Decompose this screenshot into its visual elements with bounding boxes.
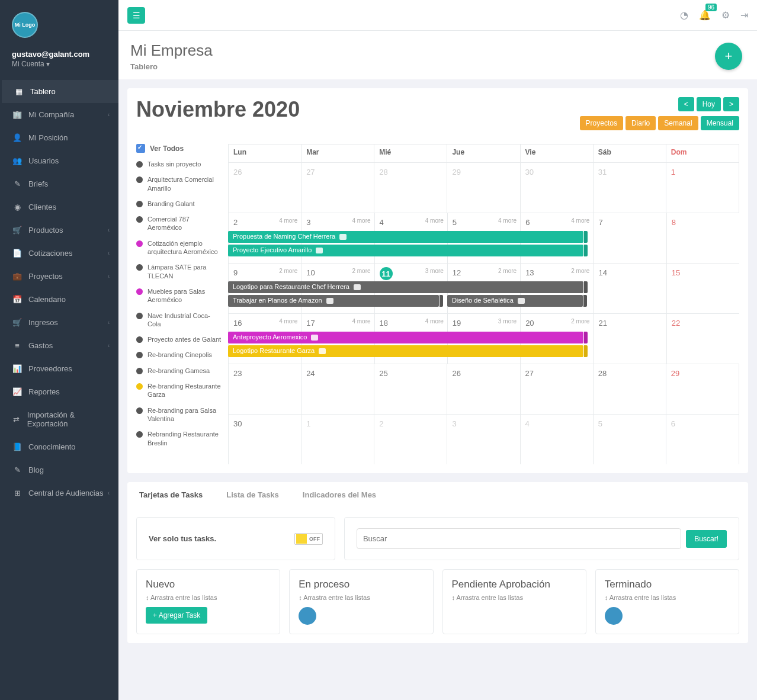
- nav-item-tablero[interactable]: ▦Tablero: [0, 80, 118, 103]
- more-link[interactable]: 3 more: [425, 268, 444, 274]
- more-link[interactable]: 4 more: [352, 318, 370, 325]
- calendar-cell[interactable]: 5: [593, 415, 666, 464]
- cal-next-button[interactable]: >: [723, 97, 739, 111]
- calendar-event[interactable]: Diseño de Señalética: [447, 295, 583, 307]
- cal-prev-button[interactable]: <: [678, 97, 694, 111]
- nav-item-proyectos[interactable]: 💼Proyectos‹: [0, 265, 118, 288]
- avatar[interactable]: [605, 607, 623, 625]
- more-link[interactable]: 4 more: [279, 318, 297, 325]
- project-filter-item[interactable]: Nave Industrial Coca-Cola: [136, 312, 222, 329]
- tab-indicadores-del-mes[interactable]: Indicadores del Mes: [291, 482, 388, 508]
- calendar-cell[interactable]: 6: [666, 415, 739, 464]
- avatar[interactable]: [299, 607, 316, 625]
- calendar-cell[interactable]: 1: [301, 415, 374, 464]
- account-dropdown[interactable]: Mi Cuenta ▾: [12, 60, 107, 68]
- filter-all[interactable]: Ver Todos: [136, 144, 222, 153]
- more-link[interactable]: 4 more: [279, 217, 297, 224]
- settings-icon[interactable]: ⚙: [721, 9, 730, 21]
- more-link[interactable]: 2 more: [352, 268, 370, 274]
- nav-item-calendario[interactable]: 📅Calendario: [0, 288, 118, 311]
- event-handle[interactable]: [584, 281, 588, 293]
- calendar-cell[interactable]: 26: [228, 163, 301, 213]
- nav-item-importaci-n-exportaci-n[interactable]: ⇄Importación & Exportación: [0, 403, 118, 435]
- event-handle[interactable]: [583, 295, 587, 307]
- view-semanal-button[interactable]: Semanal: [658, 116, 698, 130]
- project-filter-item[interactable]: Re-branding para Salsa Valentina: [136, 406, 222, 423]
- calendar-cell[interactable]: 29: [447, 163, 519, 213]
- calendar-cell[interactable]: 21: [593, 314, 666, 364]
- search-button[interactable]: Buscar!: [686, 530, 727, 548]
- calendar-cell[interactable]: 30: [520, 163, 593, 213]
- nav-item-usuarios[interactable]: 👥Usuarios: [0, 149, 118, 172]
- own-tasks-toggle[interactable]: OFF: [294, 533, 323, 545]
- calendar-cell[interactable]: 14: [593, 264, 666, 313]
- project-filter-item[interactable]: Re-branding Cinepolis: [136, 351, 222, 359]
- clock-icon[interactable]: ◔: [680, 9, 688, 21]
- nav-item-reportes[interactable]: 📈Reportes: [0, 380, 118, 403]
- nav-item-gastos[interactable]: ≡Gastos‹: [0, 334, 118, 357]
- calendar-cell[interactable]: 27: [520, 364, 593, 414]
- project-filter-item[interactable]: Re-branding Gamesa: [136, 367, 222, 375]
- project-filter-item[interactable]: Rebranding Restaurante Breslin: [136, 430, 222, 447]
- cal-today-button[interactable]: Hoy: [697, 97, 721, 111]
- calendar-event[interactable]: Logotipo Restaurante Garza: [228, 345, 583, 357]
- nav-item-cotizaciones[interactable]: 📄Cotizaciones‹: [0, 242, 118, 265]
- calendar-cell[interactable]: 23: [228, 364, 301, 414]
- calendar-cell[interactable]: 3: [447, 415, 519, 464]
- calendar-cell[interactable]: 25: [374, 364, 447, 414]
- calendar-event[interactable]: Propuesta de Naming Chef Herrera: [228, 231, 583, 243]
- calendar-cell[interactable]: 28: [374, 163, 447, 213]
- add-button[interactable]: +: [715, 43, 742, 70]
- calendar-event[interactable]: Anteproyecto Aeromexico: [228, 332, 583, 343]
- calendar-cell[interactable]: 7: [593, 213, 666, 263]
- calendar-cell[interactable]: 15: [666, 264, 739, 313]
- project-filter-item[interactable]: Comercial 787 Aeroméxico: [136, 215, 222, 232]
- more-link[interactable]: 4 more: [571, 217, 589, 224]
- more-link[interactable]: 4 more: [498, 217, 517, 224]
- nav-item-blog[interactable]: ✎Blog: [0, 458, 118, 481]
- calendar-event[interactable]: Trabajar en Planos de Amazon: [228, 295, 439, 307]
- more-link[interactable]: 2 more: [498, 268, 517, 274]
- project-filter-item[interactable]: Proyecto antes de Galant: [136, 335, 222, 343]
- calendar-cell[interactable]: 30: [228, 415, 301, 464]
- project-filter-item[interactable]: Tasks sin proyecto: [136, 160, 222, 168]
- view-proyectos-button[interactable]: Proyectos: [580, 116, 623, 130]
- more-link[interactable]: 3 more: [498, 318, 517, 325]
- calendar-cell[interactable]: 24: [301, 364, 374, 414]
- tab-lista-de-tasks[interactable]: Lista de Tasks: [214, 482, 291, 508]
- nav-item-clientes[interactable]: ◉Clientes: [0, 195, 118, 219]
- project-filter-item[interactable]: Cotización ejemplo arquitectura Aeroméxi…: [136, 239, 222, 256]
- event-handle[interactable]: [584, 345, 588, 357]
- calendar-cell[interactable]: 26: [447, 364, 519, 414]
- calendar-cell[interactable]: 1: [666, 163, 739, 213]
- more-link[interactable]: 2 more: [571, 268, 589, 274]
- event-handle[interactable]: [440, 295, 443, 307]
- event-handle[interactable]: [584, 245, 588, 256]
- calendar-cell[interactable]: 29: [666, 364, 739, 414]
- more-link[interactable]: 4 more: [425, 217, 444, 224]
- calendar-cell[interactable]: 28: [593, 364, 666, 414]
- checkbox-icon[interactable]: [136, 144, 145, 153]
- view-mensual-button[interactable]: Mensual: [701, 116, 739, 130]
- project-filter-item[interactable]: Branding Galant: [136, 200, 222, 208]
- calendar-cell[interactable]: 2: [374, 415, 447, 464]
- calendar-event[interactable]: Logotipo para Restaurante Chef Herrera: [228, 281, 583, 293]
- project-filter-item[interactable]: Lámpara SATE para TLECAN: [136, 263, 222, 280]
- calendar-cell[interactable]: 8: [666, 213, 739, 263]
- nav-item-mi-compa-a[interactable]: 🏢Mi Compañía‹: [0, 103, 118, 126]
- nav-item-proveedores[interactable]: 📊Proveedores: [0, 357, 118, 380]
- project-filter-item[interactable]: Muebles para Salas Aeroméxico: [136, 287, 222, 304]
- calendar-cell[interactable]: 27: [301, 163, 374, 213]
- notifications-icon[interactable]: 🔔96: [699, 9, 711, 21]
- nav-item-mi-posici-n[interactable]: 👤Mi Posición: [0, 126, 118, 149]
- project-filter-item[interactable]: Re-branding Restaurante Garza: [136, 382, 222, 399]
- project-filter-item[interactable]: Arquitectura Comercial Amarillo: [136, 175, 222, 192]
- calendar-cell[interactable]: 22: [666, 314, 739, 364]
- event-handle[interactable]: [584, 231, 588, 243]
- account-block[interactable]: gustavo@galant.com Mi Cuenta ▾: [0, 44, 118, 80]
- nav-item-central-de-audiencias[interactable]: ⊞Central de Audiencias‹: [0, 481, 118, 505]
- nav-item-conocimiento[interactable]: 📘Conocimiento: [0, 435, 118, 458]
- logout-icon[interactable]: ⇥: [740, 9, 748, 21]
- tab-tarjetas-de-tasks[interactable]: Tarjetas de Tasks: [127, 482, 214, 508]
- nav-item-briefs[interactable]: ✎Briefs: [0, 172, 118, 195]
